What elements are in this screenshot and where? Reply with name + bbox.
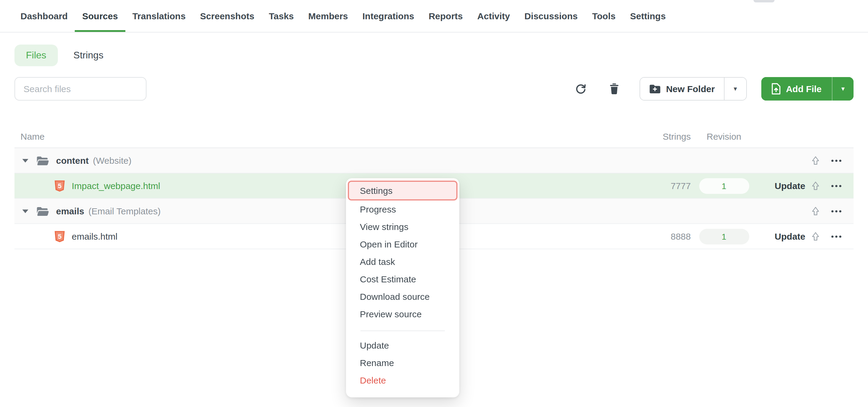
- folder-plus-icon: [649, 84, 661, 94]
- add-file-label: Add File: [786, 84, 822, 94]
- menu-item-view-strings[interactable]: View strings: [346, 218, 459, 235]
- nav-item-settings[interactable]: Settings: [623, 0, 673, 32]
- chevron-down-icon: ▾: [841, 85, 844, 93]
- nav-item-screenshots[interactable]: Screenshots: [193, 0, 261, 32]
- menu-item-update[interactable]: Update: [346, 337, 459, 354]
- chevron-down-icon: ▾: [734, 85, 737, 93]
- refresh-button[interactable]: [572, 81, 589, 97]
- upload-icon[interactable]: [811, 181, 820, 190]
- tab-files[interactable]: Files: [14, 44, 58, 66]
- new-folder-split-button: New Folder ▾: [640, 77, 747, 101]
- menu-item-settings[interactable]: Settings: [348, 181, 458, 201]
- nav-item-integrations[interactable]: Integrations: [355, 0, 422, 32]
- controls-row: New Folder ▾ Add File ▾: [14, 77, 854, 101]
- file-upload-icon: [772, 83, 781, 95]
- view-switch: Files Strings: [14, 44, 854, 66]
- menu-item-open-in-editor[interactable]: Open in Editor: [346, 235, 459, 253]
- header-strings: Strings: [618, 131, 691, 141]
- menu-divider: [361, 331, 445, 331]
- menu-item-add-task[interactable]: Add task: [346, 253, 459, 270]
- nav-item-tasks[interactable]: Tasks: [261, 0, 301, 32]
- html5-file-icon: 5: [54, 230, 65, 242]
- new-folder-button[interactable]: New Folder: [640, 78, 724, 100]
- upload-icon[interactable]: [811, 232, 820, 241]
- menu-item-preview-source[interactable]: Preview source: [346, 305, 459, 323]
- add-file-split-button: Add File ▾: [761, 77, 854, 101]
- partial-scrolled-element: [753, 0, 775, 2]
- menu-item-cost-estimate[interactable]: Cost Estimate: [346, 270, 459, 288]
- folder-name[interactable]: emails: [56, 206, 84, 216]
- table-row-folder-content[interactable]: content (Website): [14, 148, 854, 173]
- revision-badge[interactable]: 1: [699, 178, 749, 194]
- new-folder-label: New Folder: [666, 84, 715, 94]
- nav-item-translations[interactable]: Translations: [125, 0, 193, 32]
- folder-icon: [36, 156, 49, 165]
- file-name[interactable]: emails.html: [72, 231, 118, 241]
- nav-item-sources[interactable]: Sources: [75, 0, 125, 32]
- nav-item-tools[interactable]: Tools: [585, 0, 623, 32]
- add-file-button[interactable]: Add File: [761, 77, 832, 101]
- nav-item-activity[interactable]: Activity: [470, 0, 517, 32]
- nav-item-members[interactable]: Members: [301, 0, 355, 32]
- sources-page: Dashboard Sources Translations Screensho…: [0, 0, 868, 407]
- folder-name[interactable]: content: [56, 155, 89, 166]
- revision-badge[interactable]: 1: [699, 229, 749, 244]
- nav-item-discussions[interactable]: Discussions: [517, 0, 585, 32]
- update-link[interactable]: Update: [775, 231, 805, 241]
- collapse-folder-icon[interactable]: [22, 159, 28, 162]
- folder-note: (Website): [93, 155, 131, 166]
- menu-item-delete[interactable]: Delete: [346, 371, 459, 389]
- more-actions-icon[interactable]: [831, 184, 841, 187]
- svg-text:5: 5: [58, 232, 61, 240]
- refresh-icon: [575, 83, 587, 95]
- add-file-dropdown-button[interactable]: ▾: [832, 77, 854, 101]
- upload-icon[interactable]: [811, 206, 820, 215]
- menu-item-download-source[interactable]: Download source: [346, 288, 459, 305]
- strings-count: 7777: [618, 181, 691, 191]
- folder-note: (Email Templates): [88, 206, 161, 216]
- top-nav: Dashboard Sources Translations Screensho…: [0, 0, 868, 33]
- html5-file-icon: 5: [54, 180, 65, 192]
- update-link[interactable]: Update: [775, 180, 805, 191]
- header-name: Name: [14, 131, 618, 141]
- table-header: Name Strings Revision: [14, 125, 854, 148]
- file-name[interactable]: Impact_webpage.html: [72, 181, 160, 191]
- header-revision: Revision: [691, 131, 757, 141]
- strings-count: 8888: [618, 231, 691, 241]
- delete-selected-button[interactable]: [607, 81, 621, 97]
- folder-icon: [36, 206, 49, 216]
- tab-strings[interactable]: Strings: [73, 50, 104, 61]
- search-input[interactable]: [14, 77, 147, 101]
- more-actions-icon[interactable]: [831, 235, 841, 238]
- nav-item-reports[interactable]: Reports: [421, 0, 470, 32]
- menu-item-rename[interactable]: Rename: [346, 354, 459, 371]
- upload-icon[interactable]: [811, 156, 820, 165]
- collapse-folder-icon[interactable]: [22, 209, 28, 213]
- more-actions-icon[interactable]: [831, 210, 841, 212]
- svg-text:5: 5: [58, 182, 61, 189]
- trash-icon: [610, 83, 619, 95]
- menu-item-progress[interactable]: Progress: [346, 201, 459, 218]
- nav-item-dashboard[interactable]: Dashboard: [13, 0, 75, 32]
- new-folder-dropdown-button[interactable]: ▾: [724, 78, 746, 100]
- file-context-menu: Settings Progress View strings Open in E…: [346, 178, 459, 397]
- more-actions-icon[interactable]: [831, 159, 841, 162]
